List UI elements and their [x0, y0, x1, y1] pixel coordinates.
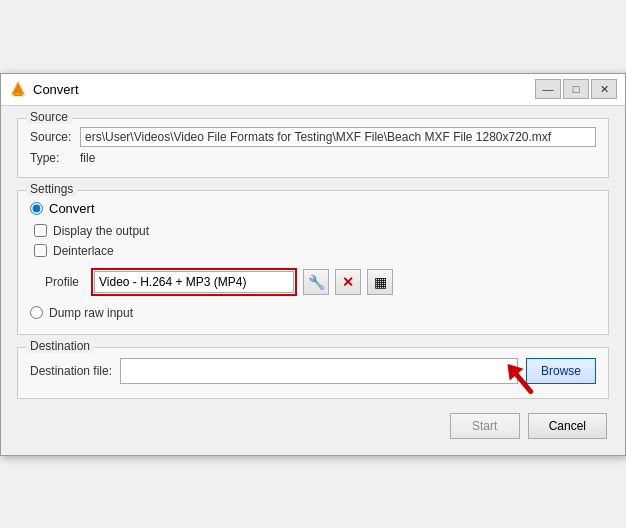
convert-dialog: Convert — □ ✕ Source Source: ers\User\Vi…: [0, 73, 626, 456]
profile-select[interactable]: Video - H.264 + MP3 (MP4) Video - H.265 …: [94, 271, 294, 293]
type-row: Type: file: [30, 151, 596, 165]
destination-label: Destination file:: [30, 364, 112, 378]
content: Source Source: ers\User\Videos\Video Fil…: [1, 106, 625, 455]
destination-row: Destination file: Browse: [30, 358, 596, 384]
dump-radio[interactable]: [30, 306, 43, 319]
cancel-button[interactable]: Cancel: [528, 413, 607, 439]
deinterlace-checkbox[interactable]: [34, 244, 47, 257]
convert-radio-row[interactable]: Convert: [30, 201, 596, 216]
svg-rect-2: [16, 92, 21, 94]
settings-group-title: Settings: [26, 182, 77, 196]
svg-rect-3: [14, 95, 23, 97]
maximize-button[interactable]: □: [563, 79, 589, 99]
display-output-label: Display the output: [53, 224, 149, 238]
settings-group: Settings Convert Display the output Dein…: [17, 190, 609, 335]
title-text: Convert: [33, 82, 79, 97]
destination-input[interactable]: [120, 358, 518, 384]
display-output-checkbox[interactable]: [34, 224, 47, 237]
dump-radio-row[interactable]: Dump raw input: [30, 306, 596, 320]
convert-radio[interactable]: [30, 202, 43, 215]
close-button[interactable]: ✕: [591, 79, 617, 99]
start-button[interactable]: Start: [450, 413, 520, 439]
deinterlace-row: Deinterlace: [30, 244, 596, 258]
type-label: Type:: [30, 151, 80, 165]
title-bar: Convert — □ ✕: [1, 74, 625, 106]
convert-radio-label: Convert: [49, 201, 95, 216]
profile-row: Profile Video - H.264 + MP3 (MP4) Video …: [30, 268, 596, 296]
deinterlace-label: Deinterlace: [53, 244, 114, 258]
source-value: ers\User\Videos\Video File Formats for T…: [80, 127, 596, 147]
profile-settings-button[interactable]: 🔧: [303, 269, 329, 295]
vlc-icon: [9, 80, 27, 98]
title-bar-controls: — □ ✕: [535, 79, 617, 99]
profile-delete-button[interactable]: ✕: [335, 269, 361, 295]
destination-group: Destination Destination file: Browse: [17, 347, 609, 399]
profile-label: Profile: [30, 275, 85, 289]
dump-label: Dump raw input: [49, 306, 133, 320]
destination-group-title: Destination: [26, 339, 94, 353]
source-label: Source:: [30, 130, 80, 144]
profile-select-container: Video - H.264 + MP3 (MP4) Video - H.265 …: [94, 271, 294, 293]
profile-grid-button[interactable]: ▦: [367, 269, 393, 295]
title-bar-left: Convert: [9, 80, 79, 98]
minimize-button[interactable]: —: [535, 79, 561, 99]
footer-row: Start Cancel: [17, 413, 609, 439]
profile-select-wrapper: Video - H.264 + MP3 (MP4) Video - H.265 …: [91, 268, 297, 296]
source-row: Source: ers\User\Videos\Video File Forma…: [30, 127, 596, 147]
source-group-title: Source: [26, 110, 72, 124]
browse-button[interactable]: Browse: [526, 358, 596, 384]
type-value: file: [80, 151, 95, 165]
display-output-row: Display the output: [30, 224, 596, 238]
source-group: Source Source: ers\User\Videos\Video Fil…: [17, 118, 609, 178]
